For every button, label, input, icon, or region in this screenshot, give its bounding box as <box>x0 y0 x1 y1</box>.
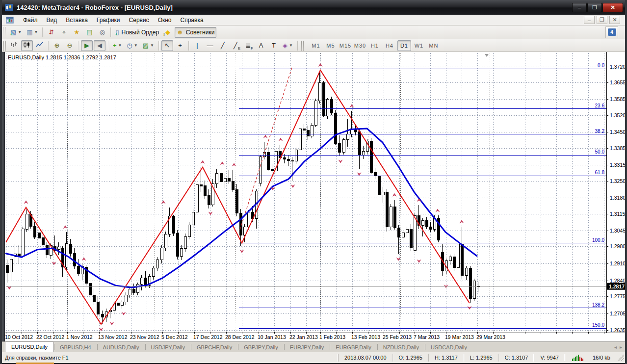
menu-item-Справка[interactable]: Справка <box>176 16 208 25</box>
menu-item-Вид[interactable]: Вид <box>42 16 62 25</box>
timeframe-button-M30[interactable]: M30 <box>353 40 367 51</box>
menu-item-Вставка[interactable]: Вставка <box>61 16 92 25</box>
svg-text:0.0: 0.0 <box>598 63 604 68</box>
timeframe-button-M1[interactable]: M1 <box>309 40 323 51</box>
svg-text:7 Mar 2013: 7 Mar 2013 <box>414 334 440 340</box>
data-window-button[interactable]: ⌖ <box>58 27 70 38</box>
chart-restore-button[interactable]: ❐ <box>597 16 607 24</box>
timeframe-button-MN[interactable]: MN <box>427 40 441 51</box>
market-watch-button[interactable]: ⇵ <box>45 27 57 38</box>
community-notifications-icon[interactable]: 4 <box>605 26 618 38</box>
timeframe-button-M15[interactable]: M15 <box>339 40 352 51</box>
svg-text:17 Dec 2012: 17 Dec 2012 <box>193 334 223 340</box>
crosshair-button[interactable]: + <box>174 40 186 51</box>
svg-text:1.3520: 1.3520 <box>610 112 625 118</box>
app-icon <box>5 4 13 11</box>
templates-button[interactable]: ▨▼ <box>141 40 156 51</box>
svg-text:38.2: 38.2 <box>595 129 605 134</box>
svg-text:1.3115: 1.3115 <box>610 211 625 217</box>
text-button[interactable]: A <box>255 40 267 51</box>
data-window-icon: ⌖ <box>62 28 66 36</box>
expert-advisors-icon: ☻ <box>177 28 183 36</box>
traffic-counter: 16/0 kb <box>590 354 617 362</box>
timeframe-button-M5[interactable]: M5 <box>324 40 338 51</box>
menu-item-Файл[interactable]: Файл <box>19 16 42 25</box>
templates-icon: ▨ <box>143 42 149 49</box>
chevron-down-icon[interactable]: ▼ <box>34 30 38 34</box>
chart-tab-GBPUSD[interactable]: GBPUSD,H4 <box>54 342 97 352</box>
fibonacci-button[interactable]: ≣F <box>242 40 254 51</box>
svg-text:10 Jan 2013: 10 Jan 2013 <box>258 334 286 340</box>
sub-label: F <box>251 46 253 51</box>
window-maximize-button[interactable]: ❐ <box>587 3 602 12</box>
sub-label: E <box>238 46 240 51</box>
toolbar-grip[interactable] <box>3 27 6 38</box>
toolbar-grip-2[interactable] <box>3 41 6 51</box>
navigator-icon: ★ <box>74 28 80 36</box>
candlestick-chart-button[interactable] <box>21 40 33 51</box>
navigator-button[interactable]: ★ <box>71 27 82 38</box>
expert-advisors-button-label: Советники <box>186 29 215 36</box>
chart-close-button[interactable]: ✕ <box>609 16 620 24</box>
chart-tab-GBPJPY[interactable]: GBPJPY,Daily <box>238 342 284 352</box>
chart-shift-button[interactable]: ◀ <box>94 40 105 51</box>
timeframe-button-W1[interactable]: W1 <box>412 40 426 51</box>
arrows-button[interactable]: ◈▼ <box>281 40 295 51</box>
terminal-button[interactable]: ▤ <box>83 27 95 38</box>
svg-text:1.3655: 1.3655 <box>610 79 625 85</box>
trendline-button[interactable]: ╱ <box>217 40 229 51</box>
menu-item-Графики[interactable]: Графики <box>92 16 125 25</box>
horizontal-line-button[interactable]: — <box>204 40 216 51</box>
tab-scroll-left-icon[interactable]: ◂ <box>614 344 617 350</box>
line-chart-button[interactable] <box>34 40 46 51</box>
chevron-down-icon[interactable]: ▼ <box>118 43 122 48</box>
svg-text:1.2817: 1.2817 <box>609 284 625 289</box>
timeframe-button-H4[interactable]: H4 <box>383 40 396 51</box>
price-chart[interactable]: 0.023.638.250.061.8100.0138.2150.01.3720… <box>2 52 625 341</box>
profiles-button[interactable]: ▥▼ <box>25 27 40 38</box>
svg-text:100.0: 100.0 <box>592 237 604 243</box>
menu-item-Сервис[interactable]: Сервис <box>125 16 154 25</box>
chevron-down-icon[interactable]: ▼ <box>289 43 293 48</box>
zoom-out-button[interactable]: ⊖ <box>64 40 76 51</box>
timeframe-button-D1[interactable]: D1 <box>397 40 411 51</box>
svg-text:1.3045: 1.3045 <box>610 228 625 234</box>
resize-grip[interactable] <box>617 354 624 361</box>
chart-tab-EURJPY[interactable]: EURJPY,Daily <box>284 342 330 352</box>
new-chart-button[interactable]: ▧+▼ <box>8 27 24 38</box>
new-order-button[interactable]: ▯+Новый Ордер <box>113 27 161 38</box>
text-label-button[interactable]: T <box>268 40 280 51</box>
chart-tab-GBPCHF[interactable]: GBPCHF,Daily <box>191 342 238 352</box>
equidistant-channel-button[interactable]: ╱E <box>230 40 241 51</box>
chart-tab-AUDUSD[interactable]: AUDUSD,Daily <box>97 342 145 352</box>
vertical-line-button[interactable]: | <box>191 40 203 51</box>
expert-advisors-button[interactable]: ☻Советники <box>175 27 216 38</box>
svg-text:22 Jan 2013: 22 Jan 2013 <box>289 334 318 340</box>
indicators-button[interactable]: +▼ <box>111 40 124 51</box>
new-order-button-label: Новый Ордер <box>122 29 159 36</box>
menu-item-Окно[interactable]: Окно <box>154 16 176 25</box>
auto-scroll-button[interactable]: ▶ <box>81 40 93 51</box>
timeframe-button-H1[interactable]: H1 <box>368 40 382 51</box>
svg-text:19 Mar 2013: 19 Mar 2013 <box>445 334 474 340</box>
chart-minimize-button[interactable]: – <box>584 16 595 24</box>
zoom-in-button[interactable]: ⊕ <box>51 40 63 51</box>
chart-tab-NZDUSD[interactable]: NZDUSD,Daily <box>377 342 425 352</box>
chart-tab-USDCAD[interactable]: USDCAD,Daily <box>425 342 473 352</box>
periods-button[interactable]: ◷▼ <box>125 40 140 51</box>
chart-tab-EURUSD[interactable]: EURUSD,Daily <box>5 341 54 352</box>
chart-tab-EURGBP[interactable]: EURGBP,Daily <box>330 342 377 352</box>
chevron-down-icon[interactable]: ▼ <box>150 43 154 48</box>
bar-chart-button[interactable] <box>8 40 20 51</box>
timeframe-grip[interactable] <box>301 41 304 51</box>
svg-text:1.2705: 1.2705 <box>610 311 625 316</box>
tab-scroll-right-icon[interactable]: ▸ <box>620 344 622 350</box>
window-close-button[interactable]: ✕ <box>602 3 623 12</box>
chevron-down-icon[interactable]: ▼ <box>18 30 22 34</box>
chevron-down-icon[interactable]: ▼ <box>134 43 138 48</box>
strategy-tester-button[interactable]: ◎ <box>96 27 108 38</box>
cursor-button[interactable]: ↖ <box>161 40 173 51</box>
window-minimize-button[interactable]: – <box>572 3 587 12</box>
autotrading-alert-icon[interactable]: ◆! <box>162 27 174 38</box>
chart-tab-USDJPY[interactable]: USDJPY,Daily <box>145 342 191 352</box>
